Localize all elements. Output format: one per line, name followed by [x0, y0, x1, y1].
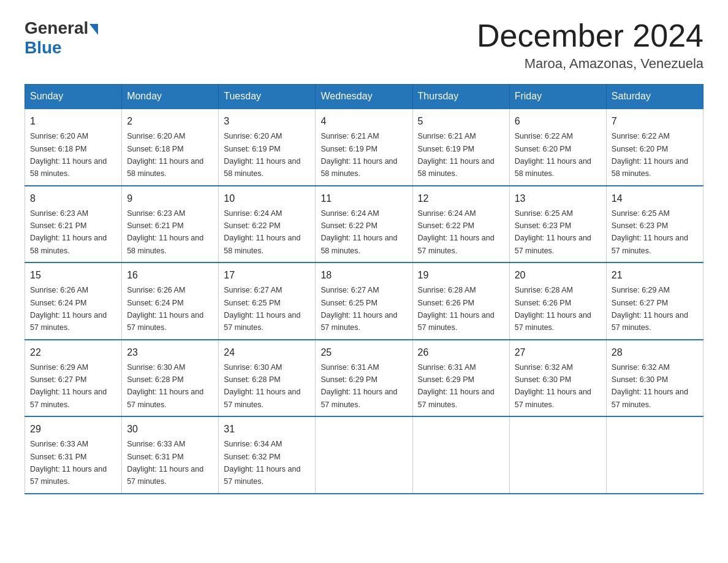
- calendar-cell: 17 Sunrise: 6:27 AMSunset: 6:25 PMDaylig…: [219, 262, 316, 340]
- day-info: Sunrise: 6:25 AMSunset: 6:23 PMDaylight:…: [515, 209, 591, 255]
- calendar-cell: [509, 416, 606, 494]
- week-row-4: 22 Sunrise: 6:29 AMSunset: 6:27 PMDaylig…: [25, 340, 703, 417]
- day-number: 6: [515, 114, 601, 129]
- day-number: 20: [515, 268, 601, 283]
- calendar-cell: 21 Sunrise: 6:29 AMSunset: 6:27 PMDaylig…: [606, 262, 703, 340]
- calendar-cell: [606, 416, 703, 494]
- day-number: 12: [418, 191, 504, 206]
- calendar-cell: [412, 416, 509, 494]
- header-thursday: Thursday: [412, 85, 509, 109]
- day-info: Sunrise: 6:32 AMSunset: 6:30 PMDaylight:…: [515, 363, 591, 409]
- day-info: Sunrise: 6:26 AMSunset: 6:24 PMDaylight:…: [127, 286, 203, 332]
- day-number: 26: [418, 345, 504, 360]
- day-info: Sunrise: 6:27 AMSunset: 6:25 PMDaylight:…: [320, 286, 397, 332]
- calendar-cell: 29 Sunrise: 6:33 AMSunset: 6:31 PMDaylig…: [25, 416, 122, 494]
- calendar-cell: 2 Sunrise: 6:20 AMSunset: 6:18 PMDayligh…: [122, 109, 219, 186]
- day-number: 25: [320, 345, 407, 360]
- calendar-cell: 8 Sunrise: 6:23 AMSunset: 6:21 PMDayligh…: [25, 186, 122, 263]
- calendar-cell: 22 Sunrise: 6:29 AMSunset: 6:27 PMDaylig…: [25, 340, 122, 417]
- day-number: 3: [224, 114, 310, 129]
- calendar-cell: 15 Sunrise: 6:26 AMSunset: 6:24 PMDaylig…: [25, 262, 122, 340]
- day-info: Sunrise: 6:20 AMSunset: 6:18 PMDaylight:…: [127, 132, 203, 178]
- day-info: Sunrise: 6:27 AMSunset: 6:25 PMDaylight:…: [224, 286, 300, 332]
- calendar-cell: 6 Sunrise: 6:22 AMSunset: 6:20 PMDayligh…: [509, 109, 606, 186]
- calendar-cell: 5 Sunrise: 6:21 AMSunset: 6:19 PMDayligh…: [412, 109, 509, 186]
- day-number: 9: [127, 191, 213, 206]
- day-number: 30: [127, 422, 213, 437]
- day-number: 31: [224, 422, 310, 437]
- day-number: 23: [127, 345, 213, 360]
- title-area: December 2024 Maroa, Amazonas, Venezuela: [477, 18, 703, 72]
- day-info: Sunrise: 6:21 AMSunset: 6:19 PMDaylight:…: [418, 132, 495, 178]
- day-number: 17: [224, 268, 310, 283]
- calendar-cell: 13 Sunrise: 6:25 AMSunset: 6:23 PMDaylig…: [509, 186, 606, 263]
- day-info: Sunrise: 6:24 AMSunset: 6:22 PMDaylight:…: [320, 209, 397, 255]
- header-sunday: Sunday: [25, 85, 122, 109]
- week-row-1: 1 Sunrise: 6:20 AMSunset: 6:18 PMDayligh…: [25, 109, 703, 186]
- logo-general-text: General: [25, 18, 88, 38]
- day-info: Sunrise: 6:33 AMSunset: 6:31 PMDaylight:…: [30, 440, 107, 486]
- calendar-table: Sunday Monday Tuesday Wednesday Thursday…: [25, 84, 703, 494]
- day-number: 15: [30, 268, 116, 283]
- day-number: 14: [612, 191, 698, 206]
- header: General Blue December 2024 Maroa, Amazon…: [25, 18, 703, 72]
- day-info: Sunrise: 6:26 AMSunset: 6:24 PMDaylight:…: [30, 286, 107, 332]
- day-number: 13: [515, 191, 601, 206]
- day-info: Sunrise: 6:20 AMSunset: 6:19 PMDaylight:…: [224, 132, 300, 178]
- calendar-cell: 1 Sunrise: 6:20 AMSunset: 6:18 PMDayligh…: [25, 109, 122, 186]
- calendar-cell: 27 Sunrise: 6:32 AMSunset: 6:30 PMDaylig…: [509, 340, 606, 417]
- day-number: 22: [30, 345, 116, 360]
- day-info: Sunrise: 6:22 AMSunset: 6:20 PMDaylight:…: [515, 132, 591, 178]
- calendar-title: December 2024: [477, 18, 703, 53]
- day-info: Sunrise: 6:31 AMSunset: 6:29 PMDaylight:…: [418, 363, 495, 409]
- day-info: Sunrise: 6:23 AMSunset: 6:21 PMDaylight:…: [30, 209, 107, 255]
- day-number: 8: [30, 191, 116, 206]
- week-row-5: 29 Sunrise: 6:33 AMSunset: 6:31 PMDaylig…: [25, 416, 703, 494]
- day-info: Sunrise: 6:22 AMSunset: 6:20 PMDaylight:…: [612, 132, 688, 178]
- week-row-3: 15 Sunrise: 6:26 AMSunset: 6:24 PMDaylig…: [25, 262, 703, 340]
- calendar-cell: [316, 416, 412, 494]
- calendar-cell: 30 Sunrise: 6:33 AMSunset: 6:31 PMDaylig…: [122, 416, 219, 494]
- calendar-cell: 23 Sunrise: 6:30 AMSunset: 6:28 PMDaylig…: [122, 340, 219, 417]
- calendar-cell: 19 Sunrise: 6:28 AMSunset: 6:26 PMDaylig…: [412, 262, 509, 340]
- calendar-cell: 25 Sunrise: 6:31 AMSunset: 6:29 PMDaylig…: [316, 340, 412, 417]
- calendar-cell: 3 Sunrise: 6:20 AMSunset: 6:19 PMDayligh…: [219, 109, 316, 186]
- day-number: 27: [515, 345, 601, 360]
- day-number: 11: [320, 191, 407, 206]
- calendar-cell: 11 Sunrise: 6:24 AMSunset: 6:22 PMDaylig…: [316, 186, 412, 263]
- day-info: Sunrise: 6:24 AMSunset: 6:22 PMDaylight:…: [224, 209, 300, 255]
- day-info: Sunrise: 6:34 AMSunset: 6:32 PMDaylight:…: [224, 440, 300, 486]
- day-info: Sunrise: 6:28 AMSunset: 6:26 PMDaylight:…: [418, 286, 495, 332]
- day-number: 19: [418, 268, 504, 283]
- header-saturday: Saturday: [606, 85, 703, 109]
- day-info: Sunrise: 6:31 AMSunset: 6:29 PMDaylight:…: [320, 363, 397, 409]
- day-info: Sunrise: 6:28 AMSunset: 6:26 PMDaylight:…: [515, 286, 591, 332]
- day-number: 24: [224, 345, 310, 360]
- day-number: 18: [320, 268, 407, 283]
- calendar-cell: 12 Sunrise: 6:24 AMSunset: 6:22 PMDaylig…: [412, 186, 509, 263]
- day-info: Sunrise: 6:20 AMSunset: 6:18 PMDaylight:…: [30, 132, 107, 178]
- day-number: 28: [612, 345, 698, 360]
- calendar-cell: 7 Sunrise: 6:22 AMSunset: 6:20 PMDayligh…: [606, 109, 703, 186]
- calendar-cell: 9 Sunrise: 6:23 AMSunset: 6:21 PMDayligh…: [122, 186, 219, 263]
- day-info: Sunrise: 6:33 AMSunset: 6:31 PMDaylight:…: [127, 440, 203, 486]
- header-friday: Friday: [509, 85, 606, 109]
- day-info: Sunrise: 6:30 AMSunset: 6:28 PMDaylight:…: [224, 363, 300, 409]
- day-number: 29: [30, 422, 116, 437]
- day-info: Sunrise: 6:21 AMSunset: 6:19 PMDaylight:…: [320, 132, 397, 178]
- week-row-2: 8 Sunrise: 6:23 AMSunset: 6:21 PMDayligh…: [25, 186, 703, 263]
- logo: General Blue: [25, 18, 99, 58]
- day-info: Sunrise: 6:32 AMSunset: 6:30 PMDaylight:…: [612, 363, 688, 409]
- day-info: Sunrise: 6:24 AMSunset: 6:22 PMDaylight:…: [418, 209, 495, 255]
- calendar-cell: 24 Sunrise: 6:30 AMSunset: 6:28 PMDaylig…: [219, 340, 316, 417]
- calendar-cell: 28 Sunrise: 6:32 AMSunset: 6:30 PMDaylig…: [606, 340, 703, 417]
- calendar-cell: 16 Sunrise: 6:26 AMSunset: 6:24 PMDaylig…: [122, 262, 219, 340]
- logo-blue-text: Blue: [25, 38, 62, 57]
- calendar-cell: 18 Sunrise: 6:27 AMSunset: 6:25 PMDaylig…: [316, 262, 412, 340]
- day-info: Sunrise: 6:29 AMSunset: 6:27 PMDaylight:…: [30, 363, 107, 409]
- day-info: Sunrise: 6:25 AMSunset: 6:23 PMDaylight:…: [612, 209, 688, 255]
- day-number: 10: [224, 191, 310, 206]
- day-info: Sunrise: 6:29 AMSunset: 6:27 PMDaylight:…: [612, 286, 688, 332]
- day-info: Sunrise: 6:23 AMSunset: 6:21 PMDaylight:…: [127, 209, 203, 255]
- calendar-cell: 20 Sunrise: 6:28 AMSunset: 6:26 PMDaylig…: [509, 262, 606, 340]
